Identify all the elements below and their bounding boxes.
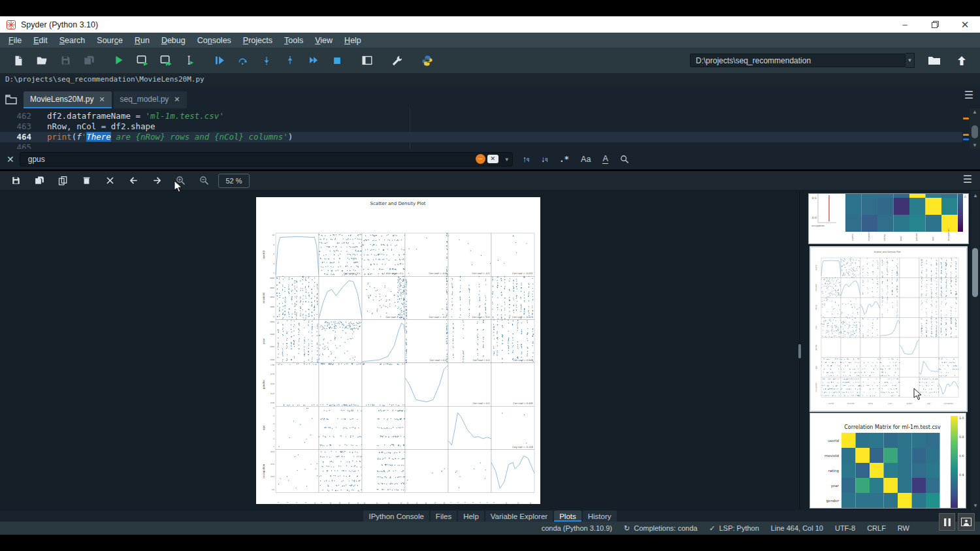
- pane-splitter-handle[interactable]: [798, 344, 801, 358]
- snapshot-button[interactable]: [958, 513, 975, 531]
- find-close-icon[interactable]: ✕: [7, 154, 14, 165]
- code-line-462[interactable]: 462df2.dataframeName = 'ml-1m.test.csv': [0, 111, 980, 121]
- svg-text:0.50: 0.50: [425, 502, 427, 504]
- run-cell-advance-button[interactable]: [154, 51, 178, 71]
- remove-all-plots-button[interactable]: [98, 172, 122, 189]
- svg-text:year: year: [815, 325, 817, 330]
- menu-debug[interactable]: Debug: [155, 34, 191, 47]
- menu-help[interactable]: Help: [338, 34, 367, 47]
- find-input[interactable]: [20, 152, 513, 166]
- copy-plot-button[interactable]: [51, 172, 74, 189]
- continue-execution-button[interactable]: [302, 51, 325, 71]
- save-all-button[interactable]: [77, 51, 101, 71]
- open-file-button[interactable]: [30, 51, 54, 71]
- svg-text:userId: userId: [262, 250, 265, 259]
- previous-plot-button[interactable]: [122, 172, 145, 189]
- pane-tab-variable-explorer[interactable]: Variable Explorer: [485, 511, 553, 522]
- plot-thumbnail-correlation-matrix[interactable]: Correlation Matrix for ml-1m.test.csvuse…: [809, 413, 966, 509]
- step-return-button[interactable]: [278, 51, 302, 71]
- plot-thumbnail-heatmap-clipped[interactable]: 0.50.0occupationuserIdmovieIdratingyearg…: [808, 193, 969, 244]
- menu-source[interactable]: Source: [91, 34, 129, 47]
- debug-file-button[interactable]: [208, 51, 231, 71]
- line-number: 463: [0, 121, 31, 132]
- pane-tab-files[interactable]: Files: [431, 511, 457, 522]
- svg-text:10: 10: [314, 502, 316, 504]
- lsp-status[interactable]: LSP: Python: [719, 524, 759, 532]
- scroll-down-icon[interactable]: ▼: [973, 503, 978, 509]
- maximize-pane-button[interactable]: [355, 51, 379, 71]
- tab-close-icon[interactable]: ✕: [174, 95, 180, 104]
- step-over-button[interactable]: [231, 51, 255, 71]
- next-plot-button[interactable]: [145, 172, 169, 189]
- browse-tabs-icon[interactable]: [5, 95, 17, 104]
- svg-text:0.25: 0.25: [270, 392, 274, 395]
- thumbnails-scrollbar[interactable]: ▲ ▼: [971, 191, 979, 511]
- save-plot-button[interactable]: [4, 172, 27, 189]
- svg-text:Corr coef = -0.101: Corr coef = -0.101: [512, 446, 532, 449]
- run-button[interactable]: [107, 51, 131, 71]
- stop-debug-button[interactable]: [325, 51, 349, 71]
- menu-consoles[interactable]: Consoles: [191, 34, 237, 47]
- search-scope-icon[interactable]: [620, 155, 629, 164]
- scroll-up-icon[interactable]: ▲: [973, 193, 978, 198]
- working-directory-dropdown[interactable]: ▼: [906, 53, 915, 68]
- parent-directory-button[interactable]: [950, 51, 973, 71]
- editor-options-menu-icon[interactable]: ☰: [964, 92, 973, 99]
- menu-projects[interactable]: Projects: [237, 34, 278, 47]
- zoom-in-button[interactable]: [169, 172, 192, 189]
- menu-search[interactable]: Search: [54, 34, 91, 47]
- restore-button[interactable]: [920, 16, 950, 33]
- code-editor[interactable]: 462df2.dataframeName = 'ml-1m.test.csv'4…: [0, 108, 980, 149]
- svg-text:age: age: [262, 425, 265, 430]
- svg-text:0: 0: [320, 502, 323, 503]
- menu-file[interactable]: File: [3, 34, 27, 47]
- editor-tab-MovieLens20M.py[interactable]: MovieLens20M.py✕: [24, 91, 112, 108]
- pause-button[interactable]: [939, 513, 955, 531]
- working-directory-combobox[interactable]: D:\projects\seq_recommendation: [690, 54, 906, 67]
- scroll-up-icon[interactable]: ▲: [972, 109, 977, 115]
- new-file-button[interactable]: [7, 51, 30, 71]
- tab-close-icon[interactable]: ✕: [99, 95, 105, 104]
- find-next-icon[interactable]: ↓q: [541, 155, 547, 164]
- menu-run[interactable]: Run: [129, 34, 155, 47]
- preferences-button[interactable]: [385, 51, 409, 71]
- editor-marker-column: [962, 108, 970, 149]
- menu-tools[interactable]: Tools: [278, 34, 309, 47]
- svg-text:2000: 2000: [270, 321, 274, 323]
- pane-tab-history[interactable]: History: [583, 511, 617, 522]
- whole-words-icon[interactable]: A: [602, 154, 608, 164]
- minimize-button[interactable]: –: [890, 16, 920, 33]
- scroll-down-icon[interactable]: ▼: [972, 142, 977, 148]
- python-path-button[interactable]: [416, 51, 439, 71]
- close-button[interactable]: ✕: [950, 16, 980, 33]
- search-history-dropdown-icon[interactable]: ▼: [504, 157, 510, 163]
- menu-edit[interactable]: Edit: [27, 34, 54, 47]
- find-previous-icon[interactable]: ↑q: [523, 155, 529, 164]
- thumbnails-scrollbar-thumb[interactable]: [972, 248, 978, 297]
- plot-thumbnail-pairplot-selected[interactable]: Scatter and Density PlotuserIduserIdmovi…: [809, 246, 968, 412]
- zoom-out-button[interactable]: [192, 172, 216, 189]
- code-line-464[interactable]: 464print(f'There are {nRow} rows and {nC…: [0, 132, 980, 142]
- match-case-icon[interactable]: Aa: [581, 155, 591, 164]
- plots-options-menu-icon[interactable]: ☰: [963, 176, 972, 183]
- menu-view[interactable]: View: [309, 34, 338, 47]
- code-line-463[interactable]: 463nRow, nCol = df2.shape: [0, 121, 980, 132]
- editor-scrollbar[interactable]: ▲ ▼: [970, 108, 980, 149]
- completions-status[interactable]: Completions: conda: [634, 524, 697, 532]
- pane-tab-plots[interactable]: Plots: [554, 511, 581, 522]
- step-into-button[interactable]: [255, 51, 278, 71]
- interpreter-status[interactable]: conda (Python 3.10.9): [542, 524, 612, 532]
- run-cell-button[interactable]: [131, 51, 154, 71]
- browse-directory-button[interactable]: [923, 51, 946, 71]
- clear-search-icon[interactable]: ✕: [487, 155, 498, 163]
- pane-tab-help[interactable]: Help: [458, 511, 484, 522]
- editor-tab-seq_model.py[interactable]: seq_model.py✕: [114, 91, 187, 108]
- code-line-465[interactable]: 465: [0, 142, 980, 149]
- pane-tab-ipython-console[interactable]: IPython Console: [363, 511, 429, 522]
- remove-plot-button[interactable]: [74, 172, 98, 189]
- editor-scrollbar-thumb[interactable]: [972, 125, 978, 138]
- regex-icon[interactable]: .*: [559, 154, 569, 164]
- save-button[interactable]: [54, 51, 77, 71]
- save-all-plots-button[interactable]: [27, 172, 51, 189]
- run-selection-button[interactable]: [178, 51, 201, 71]
